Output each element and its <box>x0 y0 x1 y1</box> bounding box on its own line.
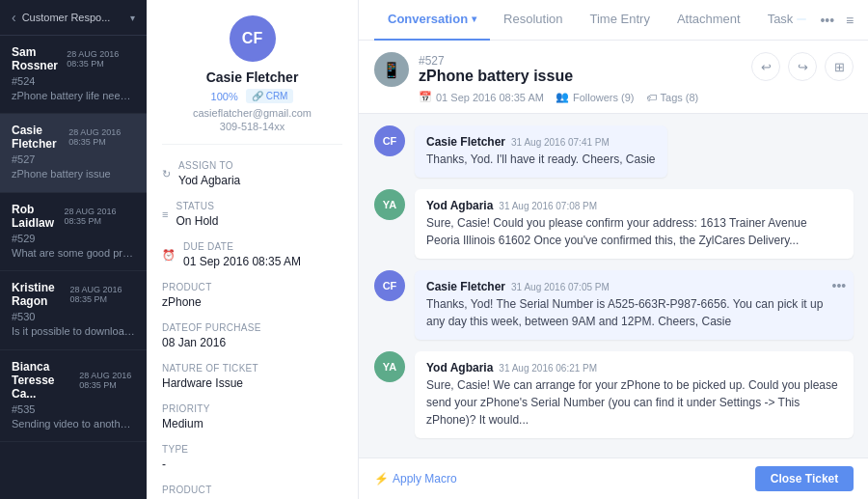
hamburger-menu-icon[interactable]: ≡ <box>846 13 854 28</box>
message-more-icon[interactable]: ••• <box>832 278 847 293</box>
conversation-item[interactable]: Sam Rossner28 AUG 2016 08:35 PM#524zPhon… <box>0 36 147 114</box>
ticket-avatar: 📱 <box>374 52 409 87</box>
message-avatar: CF <box>374 270 405 301</box>
contact-email: casieflatcher@gmail.com <box>193 107 312 119</box>
ticket-action-1[interactable]: ↪ <box>788 52 817 81</box>
task-badge <box>797 18 806 20</box>
conv-number: #535 <box>12 403 135 415</box>
dop-value: 08 Jan 2016 <box>162 336 342 349</box>
tags-icon: 🏷 <box>646 92 657 103</box>
priority-label: Priority <box>162 403 342 414</box>
message: YAYod Agbaria31 Aug 2016 06:21 PMSure, C… <box>374 351 854 438</box>
due-date-section: ⏰ Due Date 01 Sep 2016 08:35 AM <box>162 241 342 268</box>
nature-value: Hardware Issue <box>162 376 342 390</box>
conv-name: Bianca Teresse Ca... <box>12 360 79 401</box>
top-nav: Conversation▾ResolutionTime EntryAttachm… <box>359 0 868 41</box>
sidebar-header[interactable]: ‹ Customer Respo... ▾ <box>0 0 147 36</box>
product2-section: Product zPhone <box>162 485 342 499</box>
apply-macro-button[interactable]: ⚡ Apply Macro <box>374 472 457 485</box>
contact-name: Casie Fletcher <box>206 69 299 85</box>
conv-name: Sam Rossner <box>12 45 67 72</box>
contact-header: CF Casie Fletcher 100% 🔗 CRM casieflatch… <box>162 15 342 145</box>
ticket-header: 📱 #527 zPhone battery issue ↩↪⊞ 📅 01 Sep… <box>359 41 868 114</box>
macro-icon: ⚡ <box>374 472 389 485</box>
status-value: On Hold <box>176 214 218 228</box>
assign-value: Yod Agbaria <box>178 174 240 187</box>
sidebar: ‹ Customer Respo... ▾ Sam Rossner28 AUG … <box>0 0 147 499</box>
more-options-icon[interactable]: ••• <box>820 13 834 28</box>
message-bubble: Casie Fletcher31 Aug 2016 07:41 PMThanks… <box>415 125 667 178</box>
priority-section: Priority Medium <box>162 403 342 430</box>
ticket-actions: ↩↪⊞ <box>751 52 854 81</box>
conv-date: 28 AUG 2016 08:35 PM <box>68 127 135 147</box>
conversation-item[interactable]: Kristine Ragon28 AUG 2016 08:35 PM#530Is… <box>0 271 147 349</box>
message-text: Sure, Casie! Could you please confirm yo… <box>426 214 842 249</box>
assign-to-section: ↻ Assign To Yod Agbaria <box>162 160 342 187</box>
due-date-value: 01 Sep 2016 08:35 AM <box>183 255 301 268</box>
conv-number: #524 <box>12 75 135 87</box>
message-avatar: CF <box>374 125 405 156</box>
conversation-item[interactable]: Bianca Teresse Ca...28 AUG 2016 08:35 PM… <box>0 350 147 442</box>
message: YAYod Agbaria31 Aug 2016 07:08 PMSure, C… <box>374 189 854 259</box>
message-sender: Casie Fletcher31 Aug 2016 07:41 PM <box>426 135 656 149</box>
ticket-action-0[interactable]: ↩ <box>751 52 780 81</box>
nav-tab-task[interactable]: Task <box>754 0 821 41</box>
message-time: 31 Aug 2016 07:08 PM <box>499 201 597 211</box>
messages-area: CFCasie Fletcher31 Aug 2016 07:41 PMThan… <box>359 114 868 457</box>
conv-preview: zPhone battery life needs improvement <box>12 89 135 103</box>
nav-tab-attachment[interactable]: Attachment <box>664 0 754 41</box>
message-text: Thanks, Yod. I'll have it ready. Cheers,… <box>426 151 656 168</box>
nav-tab-conversation[interactable]: Conversation▾ <box>374 0 490 41</box>
nature-section: Nature of Ticket Hardware Issue <box>162 363 342 390</box>
conv-date: 28 AUG 2016 08:35 PM <box>70 285 135 304</box>
message-sender: Casie Fletcher31 Aug 2016 07:05 PM <box>426 280 842 293</box>
due-date-icon: ⏰ <box>162 249 176 262</box>
ticket-action-2[interactable]: ⊞ <box>825 52 854 81</box>
conv-number: #530 <box>12 311 135 322</box>
ticket-tags: 🏷 Tags (8) <box>646 92 699 103</box>
contact-percent: 100% <box>211 91 238 102</box>
product-value: zPhone <box>162 295 342 309</box>
conversation-list: Sam Rossner28 AUG 2016 08:35 PM#524zPhon… <box>0 36 147 442</box>
conv-preview: zPhone battery issue <box>12 167 135 181</box>
conv-date: 28 AUG 2016 08:35 PM <box>79 371 135 390</box>
nature-label: Nature of Ticket <box>162 363 342 374</box>
status-section: ≡ Status On Hold <box>162 201 342 228</box>
ticket-number: #527 <box>419 54 573 68</box>
ticket-title: zPhone battery issue <box>419 68 573 85</box>
message-sender: Yod Agbaria31 Aug 2016 07:08 PM <box>426 199 842 212</box>
sidebar-title: Customer Respo... <box>22 12 130 23</box>
conversation-footer: ⚡ Apply Macro Close Ticket <box>359 457 868 499</box>
conv-preview: What are some good practices to ensure a… <box>12 246 135 261</box>
product2-label: Product <box>162 485 342 495</box>
status-icon: ≡ <box>162 208 168 220</box>
calendar-icon: 📅 <box>419 91 432 103</box>
conv-date: 28 AUG 2016 08:35 PM <box>67 49 135 69</box>
tab-dropdown-icon: ▾ <box>472 14 476 24</box>
conv-date: 28 AUG 2016 08:35 PM <box>65 207 135 226</box>
nav-tab-resolution[interactable]: Resolution <box>490 0 576 41</box>
type-label: Type <box>162 444 342 455</box>
nav-tab-time-entry[interactable]: Time Entry <box>577 0 664 41</box>
conversation-item[interactable]: Casie Fletcher28 AUG 2016 08:35 PM#527zP… <box>0 114 147 192</box>
dop-label: Dateof Purchase <box>162 322 342 333</box>
conv-number: #529 <box>12 233 135 244</box>
conv-name: Rob Laidlaw <box>12 203 65 230</box>
message-text: Thanks, Yod! The Serial Number is A525-6… <box>426 295 842 330</box>
conversation-item[interactable]: Rob Laidlaw28 AUG 2016 08:35 PM#529What … <box>0 193 147 271</box>
conv-name: Kristine Ragon <box>12 281 70 308</box>
status-label: Status <box>176 201 218 211</box>
contact-phone: 309-518-14xx <box>220 121 285 132</box>
conv-preview: Sending video to another zPhone <box>12 417 135 431</box>
conv-preview: Is it possible to download apps onto my … <box>12 324 135 339</box>
conversation-panel: Conversation▾ResolutionTime EntryAttachm… <box>359 0 868 499</box>
type-value: - <box>162 457 342 471</box>
date-of-purchase-section: Dateof Purchase 08 Jan 2016 <box>162 322 342 349</box>
contact-badges: 100% 🔗 CRM <box>211 89 294 103</box>
message-avatar: YA <box>374 351 405 382</box>
close-ticket-button[interactable]: Close Ticket <box>755 466 854 491</box>
message: CFCasie Fletcher31 Aug 2016 07:05 PMThan… <box>374 270 854 340</box>
ticket-followers: 👥 Followers (9) <box>556 91 635 103</box>
chevron-down-icon: ▾ <box>130 13 135 23</box>
message-bubble: Casie Fletcher31 Aug 2016 07:05 PMThanks… <box>415 270 854 340</box>
